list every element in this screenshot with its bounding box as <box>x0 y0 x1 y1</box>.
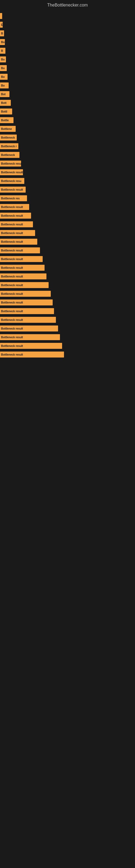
bar-label-27: Bottleneck result <box>1 240 23 243</box>
bar-24: Bottleneck result <box>0 213 31 219</box>
bar-label-19: Bottleneck result <box>1 171 23 174</box>
bar-label-4: Bo <box>1 41 5 44</box>
bar-12: Bottl <box>0 108 12 115</box>
bar-label-26: Bottleneck result <box>1 231 23 235</box>
bar-15: Bottleneck <box>0 134 17 141</box>
bar-row-31: Bottleneck result <box>0 272 135 281</box>
bar-16: Bottleneck r <box>0 143 18 149</box>
bar-row-12: Bottl <box>0 107 135 116</box>
bar-row-35: Bottleneck result <box>0 307 135 315</box>
bar-label-12: Bottl <box>1 110 7 113</box>
bar-label-35: Bottleneck result <box>1 310 23 313</box>
bar-label-18: Bottleneck resu <box>1 162 21 165</box>
bar-row-8: Bo <box>0 72 135 81</box>
bar-17: Bottleneck <box>0 152 19 158</box>
bar-label-31: Bottleneck result <box>1 275 23 278</box>
bar-row-16: Bottleneck r <box>0 142 135 151</box>
bar-label-39: Bottleneck result <box>1 344 23 347</box>
bar-row-30: Bottleneck result <box>0 264 135 272</box>
bar-label-25: Bottleneck result <box>1 223 23 226</box>
bar-label-14: Bottlene <box>1 127 12 130</box>
bar-row-26: Bottleneck result <box>0 229 135 237</box>
bar-31: Bottleneck result <box>0 273 46 279</box>
bar-1 <box>0 13 2 19</box>
bar-row-39: Bottleneck result <box>0 341 135 350</box>
bar-label-9: Bo <box>1 84 5 87</box>
bar-27: Bottleneck result <box>0 239 37 245</box>
bar-13: Bottle <box>0 117 13 123</box>
bar-36: Bottleneck result <box>0 317 56 323</box>
bar-row-32: Bottleneck result <box>0 281 135 289</box>
bar-39: Bottleneck result <box>0 343 62 349</box>
bar-6: Bo <box>0 56 6 62</box>
bar-label-34: Bottleneck result <box>1 301 23 304</box>
bar-row-24: Bottleneck result <box>0 211 135 220</box>
bar-label-17: Bottleneck <box>1 154 15 156</box>
bar-9: Bo <box>0 83 9 88</box>
bar-row-27: Bottleneck result <box>0 237 135 246</box>
bar-label-20: Bottleneck resu <box>1 180 21 183</box>
bar-label-28: Bottleneck result <box>1 249 23 252</box>
bar-14: Bottlene <box>0 126 16 132</box>
site-title: TheBottlenecker.com <box>0 0 135 9</box>
bar-row-7: Bo <box>0 64 135 72</box>
bar-label-6: Bo <box>1 58 5 61</box>
bar-26: Bottleneck result <box>0 230 35 236</box>
bar-row-9: Bo <box>0 81 135 90</box>
bar-label-24: Bottleneck result <box>1 214 23 217</box>
bar-row-10: Bot <box>0 90 135 98</box>
bar-row-11: Bott <box>0 98 135 107</box>
bar-label-22: Bottleneck res <box>1 197 20 200</box>
bar-row-29: Bottleneck result <box>0 255 135 264</box>
bar-label-7: Bo <box>1 67 5 70</box>
bar-label-16: Bottleneck r <box>1 145 17 148</box>
bar-label-33: Bottleneck result <box>1 292 23 296</box>
bar-row-13: Bottle <box>0 116 135 124</box>
bars-container: EBBoBBoBoBoBoBotBottBottlBottleBottleneB… <box>0 9 135 362</box>
bar-34: Bottleneck result <box>0 300 53 305</box>
bar-20: Bottleneck resu <box>0 178 24 184</box>
bar-32: Bottleneck result <box>0 282 49 288</box>
bar-row-22: Bottleneck res <box>0 194 135 203</box>
bar-label-2: E <box>1 23 3 26</box>
bar-row-19: Bottleneck result <box>0 168 135 177</box>
bar-row-25: Bottleneck result <box>0 220 135 229</box>
bar-29: Bottleneck result <box>0 256 43 262</box>
bar-7: Bo <box>0 65 7 71</box>
bar-label-13: Bottle <box>1 119 9 122</box>
bar-label-29: Bottleneck result <box>1 258 23 261</box>
bar-11: Bott <box>0 100 11 106</box>
bar-4: Bo <box>0 39 5 45</box>
bar-3: B <box>0 30 4 36</box>
bar-30: Bottleneck result <box>0 265 45 271</box>
bar-label-38: Bottleneck result <box>1 336 23 339</box>
bar-33: Bottleneck result <box>0 291 51 297</box>
bar-label-11: Bott <box>1 101 6 104</box>
bar-label-3: B <box>1 32 3 35</box>
bar-row-3: B <box>0 29 135 38</box>
bar-2: E <box>0 22 3 28</box>
bar-row-2: E <box>0 20 135 29</box>
bar-22: Bottleneck res <box>0 195 27 201</box>
bar-10: Bot <box>0 91 9 97</box>
bar-label-32: Bottleneck result <box>1 284 23 287</box>
bar-35: Bottleneck result <box>0 308 54 314</box>
bar-row-14: Bottlene <box>0 124 135 133</box>
bar-row-17: Bottleneck <box>0 151 135 159</box>
bar-37: Bottleneck result <box>0 326 58 332</box>
bar-row-37: Bottleneck result <box>0 324 135 333</box>
bar-row-38: Bottleneck result <box>0 333 135 341</box>
bar-18: Bottleneck resu <box>0 161 21 166</box>
bar-5: B <box>0 48 5 54</box>
bar-label-36: Bottleneck result <box>1 318 23 321</box>
bar-row-4: Bo <box>0 38 135 46</box>
bar-label-40: Bottleneck result <box>1 353 23 356</box>
bar-row-20: Bottleneck resu <box>0 177 135 185</box>
bar-23: Bottleneck result <box>0 204 29 210</box>
bar-38: Bottleneck result <box>0 334 60 340</box>
bar-row-21: Bottleneck result <box>0 185 135 194</box>
bar-row-18: Bottleneck resu <box>0 159 135 168</box>
bar-label-10: Bot <box>1 93 6 96</box>
bar-row-15: Bottleneck <box>0 133 135 142</box>
bar-row-36: Bottleneck result <box>0 315 135 324</box>
